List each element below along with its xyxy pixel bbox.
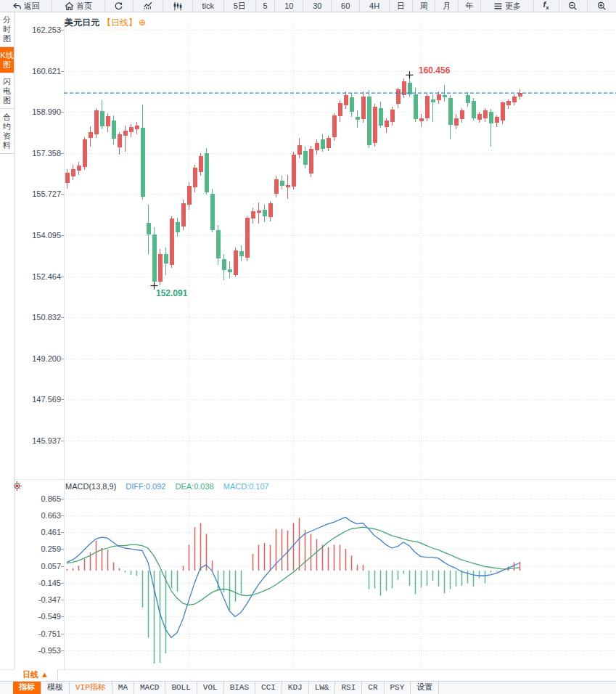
candle-body (152, 234, 157, 282)
chart-canvas[interactable] (0, 0, 616, 694)
toolbar-period-5[interactable]: 5 (256, 0, 276, 12)
tab-ma[interactable]: MA (112, 682, 134, 694)
candle-body (292, 155, 296, 187)
tab-boll[interactable]: BOLL (165, 682, 197, 694)
low-annotation: 152.091 (156, 288, 187, 298)
sidebar-item-time-share-chart[interactable]: 分时图 (0, 12, 14, 47)
tab-macd[interactable]: MACD (134, 682, 165, 694)
tab-bias[interactable]: BIAS (224, 682, 255, 694)
tab-cr[interactable]: CR (362, 682, 384, 694)
toolbar-refresh[interactable] (105, 0, 134, 12)
toolbar-zoom-out[interactable] (559, 0, 588, 12)
sidebar-item-lightning-chart[interactable]: 闪电图 (0, 73, 14, 109)
candle-body (187, 186, 192, 205)
candle-body (332, 115, 337, 137)
bottom-tabbar: 指标模板VIP指标MAMACDBOLLVOLBIASCCIKDJLW&RSICR… (0, 681, 616, 694)
toolbar-label: 年 (466, 1, 474, 12)
tab-kdj[interactable]: KDJ (282, 682, 309, 694)
macd-tick: 0.057 (17, 562, 61, 571)
time-axis-row (0, 669, 616, 682)
toolbar-label: 5日 (234, 1, 246, 12)
period-dropdown-button[interactable]: 日线 ▲ (14, 669, 58, 680)
candle-body (147, 223, 151, 234)
candle-body (297, 145, 302, 155)
tab-cci[interactable]: CCI (255, 682, 282, 694)
toolbar-tick[interactable]: tick (193, 0, 224, 12)
candle-body (431, 99, 435, 102)
tab-psy[interactable]: PSY (385, 682, 411, 694)
candle-body (501, 102, 505, 121)
candle-body (385, 121, 389, 128)
candle-body (448, 98, 453, 125)
toolbar-period-10[interactable]: 10 (275, 0, 303, 12)
toolbar-period-30[interactable]: 30 (303, 0, 332, 12)
candle-body (199, 156, 203, 173)
candle-body (425, 96, 430, 118)
toolbar-more[interactable]: 更多 (481, 0, 533, 12)
toolbar-fx[interactable]: fx (534, 0, 559, 12)
toolbar-period-5d[interactable]: 5日 (224, 0, 256, 12)
candle-body (443, 95, 447, 97)
tab-vol[interactable]: VOL (197, 682, 224, 694)
toolbar-home[interactable]: 首页 (52, 0, 104, 12)
candle-body (158, 254, 163, 282)
add-indicator-icon[interactable]: ⊕ (139, 17, 146, 28)
tab-lw[interactable]: LW& (309, 682, 336, 694)
dea-line (67, 527, 520, 605)
candle-body (373, 107, 377, 143)
toolbar-label: 更多 (505, 1, 521, 12)
price-tick: 160.621 (17, 67, 61, 75)
tab-rsi[interactable]: RSI (335, 682, 362, 694)
tab-vip-indicator[interactable]: VIP指标 (70, 682, 112, 694)
diff-line (67, 517, 520, 637)
candle-body (309, 149, 313, 174)
candle-body (251, 211, 255, 219)
macd-legend: MACD(13,8,9) DIFF:0.092 DEA:0.038 MACD:0… (65, 482, 269, 491)
candle-body (205, 153, 209, 192)
candle-body (338, 103, 342, 116)
candle-body (356, 117, 360, 119)
candle-body (280, 181, 284, 186)
tab-indicator[interactable]: 指标 (13, 682, 41, 694)
tab-settings[interactable]: 设置 (411, 682, 439, 694)
candle-body (83, 139, 87, 167)
toolbar-zoom-in[interactable] (588, 0, 616, 12)
candle-body (193, 168, 197, 187)
candle-body (315, 143, 319, 150)
candle-body (414, 94, 418, 119)
candle-body (210, 194, 215, 230)
macd-tick: 0.259 (17, 544, 61, 553)
toolbar-label: 4H (369, 1, 379, 10)
candle-body (112, 121, 116, 139)
toolbar-label: 日 (397, 1, 405, 12)
period-tag: 【日线】 (102, 17, 137, 28)
candle-body (176, 222, 180, 232)
sidebar-item-contract-info[interactable]: 合约资料 (0, 109, 14, 154)
toolbar-period-60[interactable]: 60 (332, 0, 360, 12)
candle-body (466, 95, 470, 103)
candle-body (303, 151, 308, 165)
toolbar-period-year[interactable]: 年 (459, 0, 482, 12)
candle-body (344, 95, 348, 105)
left-sidebar: 分时图K线图闪电图合约资料 (0, 12, 15, 669)
toolbar-kline-style[interactable] (163, 0, 193, 12)
price-tick: 145.937 (17, 436, 61, 445)
price-tick: 152.464 (17, 272, 61, 281)
chart-title: 美元日元【日线】⊕ (65, 17, 146, 29)
fx-icon: fx (543, 0, 549, 11)
candle-body (321, 139, 325, 149)
candle-body (379, 108, 383, 126)
macd-tick: -0.953 (17, 646, 61, 655)
toolbar-back[interactable]: 返回 (0, 0, 52, 12)
toolbar-area-chart[interactable] (134, 0, 163, 12)
toolbar-period-4h[interactable]: 4H (360, 0, 390, 12)
sidebar-item-kline-chart[interactable]: K线图 (0, 47, 14, 73)
toolbar-period-week[interactable]: 周 (413, 0, 436, 12)
toolbar-period-day[interactable]: 日 (390, 0, 413, 12)
candle-body (327, 138, 331, 148)
price-tick: 149.200 (17, 354, 61, 363)
tab-template[interactable]: 模板 (41, 682, 70, 694)
candle-body (408, 83, 412, 94)
candle-body (118, 134, 122, 147)
toolbar-period-month[interactable]: 月 (435, 0, 459, 12)
